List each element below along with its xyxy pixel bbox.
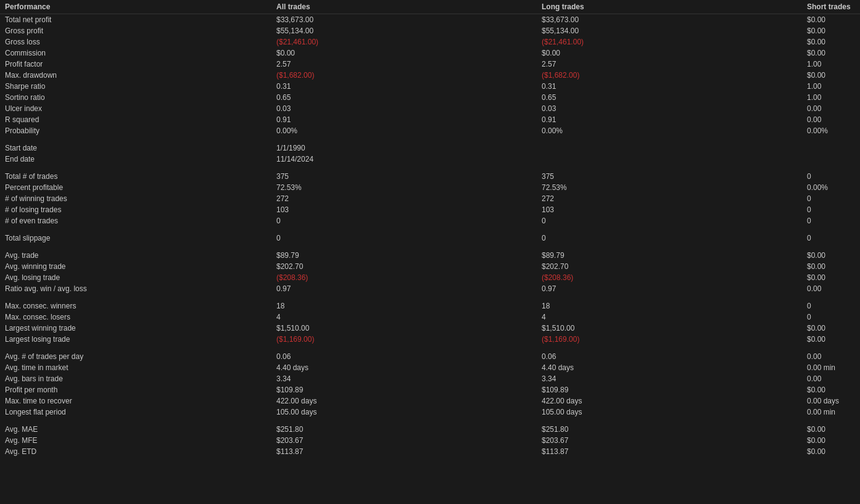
row-all: 0.00% xyxy=(271,125,537,136)
row-all: 18 xyxy=(271,300,537,312)
row-label: Max. consec. winners xyxy=(0,300,271,312)
row-all: 1/1/1990 xyxy=(271,143,537,154)
row-label: Max. consec. losers xyxy=(0,312,271,323)
row-label: End date xyxy=(0,154,271,165)
table-row: # of losing trades1031030 xyxy=(0,204,860,215)
row-long: $1,510.00 xyxy=(537,323,802,334)
row-label: Start date xyxy=(0,143,271,154)
header-all-trades: All trades xyxy=(271,0,537,14)
header-long-trades: Long trades xyxy=(537,0,802,14)
separator-row xyxy=(0,244,860,250)
row-long xyxy=(537,143,802,154)
row-long: 0.03 xyxy=(537,103,802,114)
row-all: 72.53% xyxy=(271,182,537,193)
row-short: 0 xyxy=(802,215,860,226)
row-all: $89.79 xyxy=(271,250,537,261)
row-label: Total # of trades xyxy=(0,171,271,182)
separator-row xyxy=(0,345,860,351)
row-all: 272 xyxy=(271,193,537,204)
table-row: Avg. ETD$113.87$113.87$0.00 xyxy=(0,446,860,457)
table-row: Avg. winning trade$202.70$202.70$0.00 xyxy=(0,261,860,272)
row-short: $0.00 xyxy=(802,36,860,48)
row-label: Largest winning trade xyxy=(0,323,271,334)
row-short: 1.00 xyxy=(802,59,860,70)
row-short: 1.00 xyxy=(802,92,860,103)
row-long xyxy=(537,154,802,165)
table-row: Largest winning trade$1,510.00$1,510.00$… xyxy=(0,323,860,334)
row-long: 0.97 xyxy=(537,283,802,294)
row-long: 0.00% xyxy=(537,125,802,136)
row-all: 105.00 days xyxy=(271,407,537,418)
row-label: # of losing trades xyxy=(0,204,271,215)
row-long: ($1,169.00) xyxy=(537,334,802,345)
row-long: 0 xyxy=(537,215,802,226)
row-short: $0.00 xyxy=(802,424,860,435)
row-long: $55,134.00 xyxy=(537,25,802,36)
row-long: 103 xyxy=(537,204,802,215)
row-short: 0 xyxy=(802,233,860,244)
row-long: 4.40 days xyxy=(537,362,802,373)
table-row: Profit factor2.572.571.00 xyxy=(0,59,860,70)
row-all: 0.97 xyxy=(271,283,537,294)
table-row: Gross profit$55,134.00$55,134.00$0.00 xyxy=(0,25,860,36)
separator-row xyxy=(0,136,860,143)
row-all: $113.87 xyxy=(271,446,537,457)
row-short: 0.00 xyxy=(802,283,860,294)
row-label: Avg. time in market xyxy=(0,362,271,373)
table-row: Total net profit$33,673.00$33,673.00$0.0… xyxy=(0,14,860,26)
row-all: 4.40 days xyxy=(271,362,537,373)
row-long: $109.89 xyxy=(537,384,802,395)
table-row: Avg. MAE$251.80$251.80$0.00 xyxy=(0,424,860,435)
row-label: Percent profitable xyxy=(0,182,271,193)
row-long: ($21,461.00) xyxy=(537,36,802,48)
row-long: 375 xyxy=(537,171,802,182)
row-short: $0.00 xyxy=(802,48,860,59)
separator-row xyxy=(0,418,860,424)
row-short: 1.00 xyxy=(802,81,860,92)
row-long: 0.06 xyxy=(537,351,802,362)
row-all: 0.06 xyxy=(271,351,537,362)
row-label: Max. drawdown xyxy=(0,70,271,81)
row-all: ($1,169.00) xyxy=(271,334,537,345)
performance-table: Performance All trades Long trades Short… xyxy=(0,0,860,457)
row-long: $113.87 xyxy=(537,446,802,457)
table-row: Probability0.00%0.00%0.00% xyxy=(0,125,860,136)
row-all: $202.70 xyxy=(271,261,537,272)
row-long: $251.80 xyxy=(537,424,802,435)
row-short: $0.00 xyxy=(802,70,860,81)
row-short: $0.00 xyxy=(802,435,860,446)
row-label: Total slippage xyxy=(0,233,271,244)
row-label: Avg. winning trade xyxy=(0,261,271,272)
row-label: # of winning trades xyxy=(0,193,271,204)
row-short xyxy=(802,154,860,165)
row-all: 0.91 xyxy=(271,114,537,125)
row-short: $0.00 xyxy=(802,25,860,36)
row-label: Ratio avg. win / avg. loss xyxy=(0,283,271,294)
row-label: Profit per month xyxy=(0,384,271,395)
row-short: 0 xyxy=(802,300,860,312)
row-short: 0.00 xyxy=(802,373,860,384)
row-label: Longest flat period xyxy=(0,407,271,418)
row-label: Largest losing trade xyxy=(0,334,271,345)
row-long: 72.53% xyxy=(537,182,802,193)
row-short: 0.00 xyxy=(802,351,860,362)
row-all: $55,134.00 xyxy=(271,25,537,36)
table-row: Max. drawdown($1,682.00)($1,682.00)$0.00 xyxy=(0,70,860,81)
row-all: 11/14/2024 xyxy=(271,154,537,165)
row-long: $203.67 xyxy=(537,435,802,446)
separator-row xyxy=(0,165,860,171)
row-long: 272 xyxy=(537,193,802,204)
row-short: 0.00 xyxy=(802,103,860,114)
row-short: $0.00 xyxy=(802,272,860,283)
row-all: 0.65 xyxy=(271,92,537,103)
row-long: 422.00 days xyxy=(537,395,802,407)
row-short: 0.00 min xyxy=(802,407,860,418)
row-short: $0.00 xyxy=(802,446,860,457)
table-row: Avg. # of trades per day0.060.060.00 xyxy=(0,351,860,362)
header-performance: Performance xyxy=(0,0,271,14)
table-row: Avg. time in market4.40 days4.40 days0.0… xyxy=(0,362,860,373)
table-row: Sharpe ratio0.310.311.00 xyxy=(0,81,860,92)
row-label: Commission xyxy=(0,48,271,59)
table-row: Max. consec. winners18180 xyxy=(0,300,860,312)
row-short: $0.00 xyxy=(802,323,860,334)
